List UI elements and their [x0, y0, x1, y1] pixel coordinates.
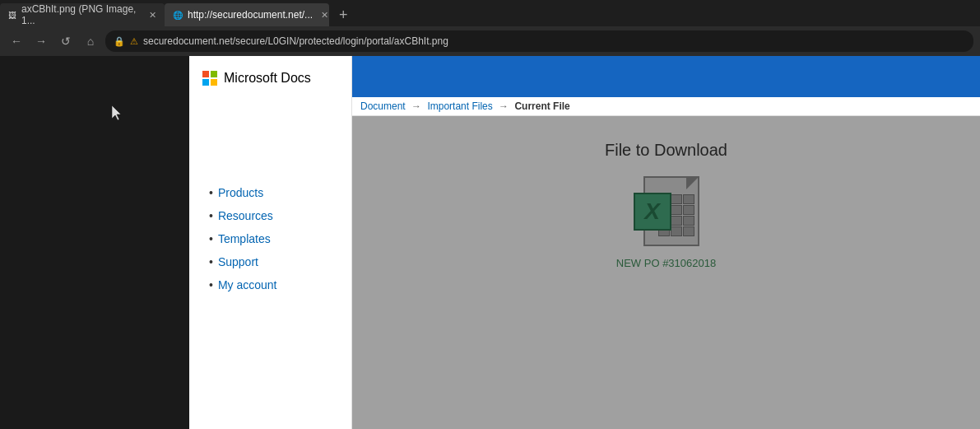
- tab-web[interactable]: 🌐 http://securedocument.net/... ✕: [165, 3, 329, 26]
- breadcrumb-sep2: →: [499, 100, 509, 112]
- top-blue-bar: [352, 56, 980, 97]
- nav-link-resources[interactable]: Resources: [218, 209, 273, 222]
- breadcrumb-important-files[interactable]: Important Files: [427, 100, 492, 112]
- doc-cell: [671, 216, 682, 226]
- file-download-title: File to Download: [605, 141, 727, 160]
- doc-cell: [671, 226, 682, 236]
- doc-cell: [671, 205, 682, 215]
- nav-item-templates[interactable]: Templates: [189, 227, 351, 250]
- main-content: Document → Important Files → Current Fil…: [352, 56, 980, 429]
- tab-web-label: http://securedocument.net/...: [188, 9, 313, 21]
- tab-label: axCBhIt.png (PNG Image, 1...: [21, 3, 141, 26]
- logo-yellow: [211, 79, 217, 86]
- logo-text: Microsoft Docs: [224, 71, 311, 86]
- breadcrumb-bar: Document → Important Files → Current Fil…: [352, 97, 980, 116]
- nav-link-support[interactable]: Support: [218, 255, 258, 268]
- tab-favicon-web: 🌐: [173, 11, 183, 20]
- reload-button[interactable]: ↺: [56, 31, 76, 51]
- doc-cell: [683, 205, 694, 215]
- forward-button[interactable]: →: [31, 31, 51, 51]
- nav-item-products[interactable]: Products: [189, 181, 351, 204]
- sidebar-nav: Products Resources Templates Support My …: [189, 99, 351, 296]
- page-area: Microsoft Docs Products Resources Templa…: [189, 56, 980, 429]
- doc-cell: [683, 216, 694, 226]
- new-tab-button[interactable]: +: [332, 7, 355, 24]
- browser-chrome: 🖼 axCBhIt.png (PNG Image, 1... ✕ 🌐 http:…: [0, 0, 980, 56]
- nav-item-myaccount[interactable]: My account: [189, 273, 351, 296]
- nav-link-products[interactable]: Products: [218, 186, 263, 199]
- logo-area: Microsoft Docs: [189, 56, 351, 99]
- address-bar-row: ← → ↺ ⌂ 🔒 ⚠ securedocument.net/secure/L0…: [0, 26, 980, 56]
- file-download-area: File to Download: [352, 116, 980, 429]
- tab-bar: 🖼 axCBhIt.png (PNG Image, 1... ✕ 🌐 http:…: [0, 0, 980, 26]
- microsoft-logo: [202, 71, 217, 86]
- logo-blue: [202, 79, 209, 86]
- doc-cell: [683, 194, 694, 204]
- excel-file-icon[interactable]: X NEW PO #31062018: [616, 176, 716, 269]
- tab-image[interactable]: 🖼 axCBhIt.png (PNG Image, 1... ✕: [0, 3, 165, 26]
- breadcrumb-document[interactable]: Document: [360, 100, 406, 112]
- lock-icon: 🔒: [114, 36, 125, 47]
- back-button[interactable]: ←: [7, 31, 26, 51]
- home-button[interactable]: ⌂: [81, 31, 100, 51]
- dark-left-panel: [0, 56, 189, 429]
- breadcrumb-current: Current File: [514, 100, 569, 112]
- doc-cell: [683, 226, 694, 236]
- logo-green: [211, 71, 217, 77]
- address-bar[interactable]: 🔒 ⚠ securedocument.net/secure/L0GIN/prot…: [105, 30, 973, 52]
- excel-x-letter: X: [644, 198, 660, 225]
- nav-item-support[interactable]: Support: [189, 250, 351, 273]
- excel-icon-graphic: X: [634, 176, 699, 250]
- file-name: NEW PO #31062018: [616, 257, 716, 269]
- logo-red: [202, 71, 209, 77]
- doc-cell: [671, 194, 682, 204]
- nav-item-resources[interactable]: Resources: [189, 204, 351, 227]
- tab-web-close-button[interactable]: ✕: [321, 10, 328, 21]
- address-text: securedocument.net/secure/L0GIN/protecte…: [143, 35, 965, 47]
- nav-link-templates[interactable]: Templates: [218, 232, 271, 245]
- excel-x-box: X: [634, 193, 671, 231]
- tab-close-button[interactable]: ✕: [149, 10, 156, 21]
- warning-icon: ⚠: [130, 36, 138, 47]
- tab-favicon: 🖼: [8, 11, 16, 20]
- nav-link-myaccount[interactable]: My account: [218, 278, 277, 291]
- breadcrumb-sep1: →: [411, 100, 421, 112]
- sidebar: Microsoft Docs Products Resources Templa…: [189, 56, 352, 429]
